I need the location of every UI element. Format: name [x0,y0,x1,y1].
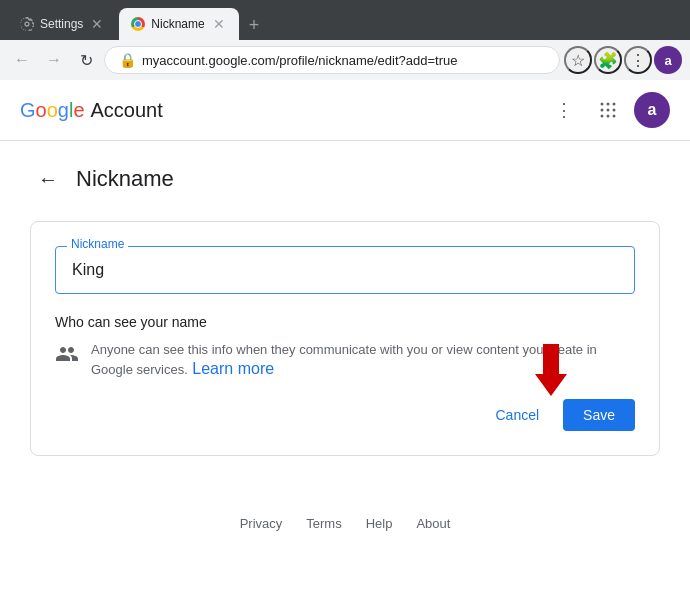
form-actions: Cancel Save [55,399,635,431]
address-bar[interactable]: 🔒 myaccount.google.com/profile/nickname/… [104,46,560,74]
user-avatar[interactable]: a [634,92,670,128]
svg-point-4 [607,109,610,112]
google-account-header: Google Account ⋮ a [0,80,690,141]
svg-point-5 [613,109,616,112]
page-title: Nickname [76,166,174,192]
learn-more-link[interactable]: Learn more [192,360,274,377]
forward-nav-button[interactable]: → [40,46,68,74]
settings-tab-close[interactable]: ✕ [89,16,105,32]
nickname-label: Nickname [67,237,128,251]
back-nav-button[interactable]: ← [8,46,36,74]
people-icon [55,342,79,372]
arrow-shaft [543,344,559,374]
cancel-button[interactable]: Cancel [479,399,555,431]
account-label: Account [91,99,163,122]
footer-privacy-link[interactable]: Privacy [240,516,283,531]
svg-point-0 [601,103,604,106]
new-tab-button[interactable]: + [241,11,268,40]
nickname-input-group: Nickname [55,246,635,294]
reload-button[interactable]: ↻ [72,46,100,74]
url-text: myaccount.google.com/profile/nickname/ed… [142,53,545,68]
nickname-input[interactable] [55,246,635,294]
form-card: Nickname Who can see your name Anyone ca [30,221,660,456]
visibility-title: Who can see your name [55,314,635,330]
tab-settings[interactable]: Settings ✕ [8,8,117,40]
footer-terms-link[interactable]: Terms [306,516,341,531]
browser-actions: ☆ 🧩 ⋮ a [564,46,682,74]
main-content: ← Nickname Nickname Who can see your nam… [0,141,690,571]
nickname-tab-close[interactable]: ✕ [211,16,227,32]
extensions-button[interactable]: 🧩 [594,46,622,74]
bookmark-button[interactable]: ☆ [564,46,592,74]
svg-point-7 [607,115,610,118]
google-logo: Google Account [20,99,163,122]
footer: Privacy Terms Help About [30,496,660,551]
svg-point-1 [607,103,610,106]
back-button[interactable]: ← [30,161,66,197]
page-content: Google Account ⋮ a ← Nicknam [0,80,690,615]
browser-window: Settings ✕ Nickname ✕ + ← → ↻ 🔒 myaccoun… [0,0,690,615]
gear-icon [20,17,34,31]
header-actions: ⋮ a [546,92,670,128]
page-header: ← Nickname [30,161,660,197]
footer-about-link[interactable]: About [416,516,450,531]
apps-button[interactable] [590,92,626,128]
svg-point-8 [613,115,616,118]
tab-bar: Settings ✕ Nickname ✕ + ← → ↻ 🔒 myaccoun… [0,0,690,80]
chrome-icon [131,17,145,31]
footer-help-link[interactable]: Help [366,516,393,531]
profile-avatar[interactable]: a [654,46,682,74]
visibility-text: Anyone can see this info when they commu… [91,342,597,377]
tab-nickname[interactable]: Nickname ✕ [119,8,238,40]
svg-point-2 [613,103,616,106]
lock-icon: 🔒 [119,52,136,68]
arrow-head [535,374,567,396]
nickname-tab-title: Nickname [151,17,204,31]
arrow-indicator [535,344,567,396]
settings-tab-title: Settings [40,17,83,31]
google-wordmark: Google [20,99,85,122]
more-options-button[interactable]: ⋮ [546,92,582,128]
svg-point-3 [601,109,604,112]
menu-button[interactable]: ⋮ [624,46,652,74]
save-button[interactable]: Save [563,399,635,431]
nav-bar: ← → ↻ 🔒 myaccount.google.com/profile/nic… [0,40,690,80]
svg-point-6 [601,115,604,118]
